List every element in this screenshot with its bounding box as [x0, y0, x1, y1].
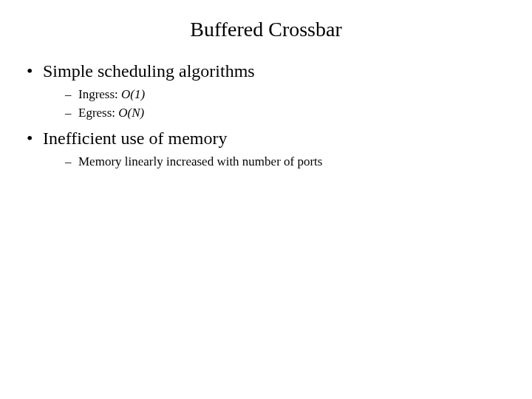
bullet-dot-icon: •	[27, 128, 43, 149]
dash-icon: –	[65, 105, 78, 120]
sub-list: – Memory linearly increased with number …	[65, 154, 505, 169]
bullet-level2: – Memory linearly increased with number …	[65, 154, 505, 169]
sub-value: O(1)	[121, 87, 145, 101]
bullet-level1: • Inefficient use of memory	[27, 128, 505, 149]
bullet-level2: – Egress: O(N)	[65, 105, 505, 120]
sub-label: Memory linearly increased with number of…	[78, 154, 322, 168]
dash-icon: –	[65, 154, 78, 169]
slide-title: Buffered Crossbar	[0, 18, 532, 41]
bullet-text: Inefficient use of memory	[43, 128, 227, 149]
bullet-text: Simple scheduling algorithms	[43, 61, 255, 82]
sub-label: Egress:	[78, 106, 118, 120]
bullet-level1: • Simple scheduling algorithms	[27, 61, 505, 82]
slide-body: • Simple scheduling algorithms – Ingress…	[27, 61, 505, 177]
sub-bullet-text: Memory linearly increased with number of…	[78, 154, 322, 169]
dash-icon: –	[65, 86, 78, 102]
sub-value: O(N)	[118, 106, 144, 120]
sub-label: Ingress:	[78, 87, 121, 101]
bullet-dot-icon: •	[27, 61, 43, 82]
slide: Buffered Crossbar • Simple scheduling al…	[0, 0, 532, 399]
sub-bullet-text: Egress: O(N)	[78, 105, 144, 120]
sub-list: – Ingress: O(1) – Egress: O(N)	[65, 86, 505, 121]
sub-bullet-text: Ingress: O(1)	[78, 86, 145, 102]
bullet-level2: – Ingress: O(1)	[65, 86, 505, 102]
